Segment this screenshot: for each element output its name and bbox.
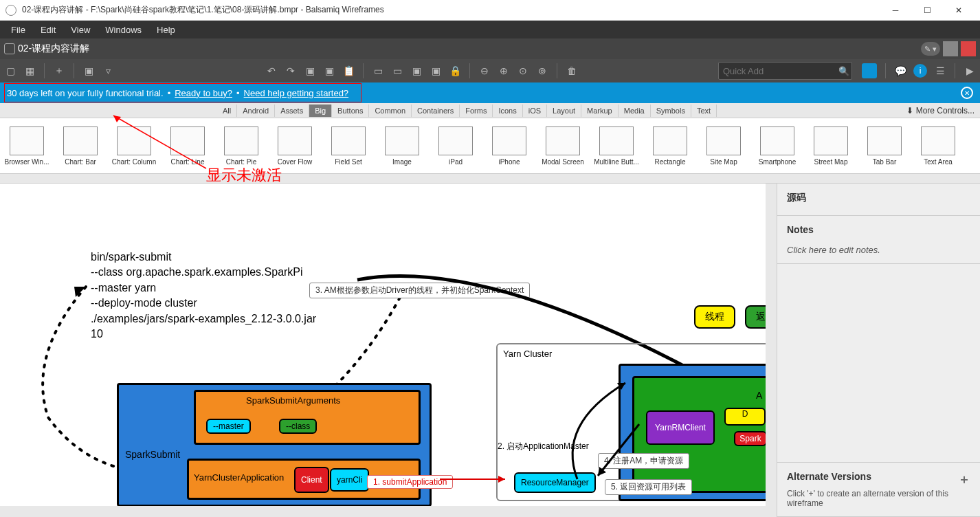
tab-icon — [4, 43, 15, 54]
gtab-text[interactable]: Text — [691, 104, 717, 117]
front-icon[interactable]: ▣ — [410, 65, 423, 77]
notification-icon[interactable] — [961, 41, 976, 56]
gtab-big[interactable]: Big — [309, 104, 332, 117]
add-icon[interactable]: ＋ — [53, 65, 65, 77]
d-box: D — [724, 408, 766, 426]
play-icon[interactable]: ▶ — [964, 65, 976, 77]
menu-view[interactable]: View — [64, 23, 97, 36]
lock-icon[interactable]: 🔒 — [449, 65, 461, 77]
yarn-cli-box: yarnCli — [330, 468, 369, 492]
annotation-box — [4, 83, 361, 102]
menu-windows[interactable]: Windows — [98, 23, 148, 36]
tab-label[interactable]: 02-课程内容讲解 — [18, 43, 89, 55]
ungroup-icon[interactable]: ▭ — [391, 65, 403, 77]
paste-icon[interactable]: ▣ — [323, 65, 335, 77]
gallery-scrollbar[interactable] — [0, 173, 980, 183]
duplicate-icon[interactable]: ▣ — [82, 65, 95, 77]
panel-source: 源码 — [777, 184, 980, 216]
gallery-item[interactable]: Street Map — [804, 126, 858, 166]
menu-edit[interactable]: Edit — [34, 23, 63, 36]
gtab-forms[interactable]: Forms — [460, 104, 493, 117]
app-icon — [5, 5, 16, 16]
gtab-common[interactable]: Common — [369, 104, 412, 117]
gtab-all[interactable]: All — [217, 104, 237, 117]
search-input[interactable] — [723, 66, 838, 76]
group-icon[interactable]: ▭ — [372, 65, 384, 77]
thread-button: 线程 — [694, 305, 735, 329]
gallery-item[interactable]: Smartphone — [750, 126, 804, 166]
gtab-layout[interactable]: Layout — [547, 104, 581, 117]
gallery-items: Browser Win... Chart: Bar Chart: Column … — [0, 118, 980, 173]
comment-icon[interactable]: 💬 — [894, 65, 906, 77]
gallery-tabs: All Android Assets Big Buttons Common Co… — [0, 103, 980, 118]
gallery-item[interactable]: iPhone — [482, 126, 536, 166]
delete-icon[interactable]: 🗑 — [566, 65, 578, 77]
titlebar: 02-课程内容讲解 - F:\Spark\尚硅谷spark教程\笔记\1.笔记\… — [0, 0, 980, 21]
gallery-item[interactable]: Site Map — [697, 126, 750, 166]
gtab-assets[interactable]: Assets — [275, 104, 309, 117]
zoom-out-icon[interactable]: ⊖ — [478, 65, 491, 77]
window-title: 02-课程内容讲解 - F:\Spark\尚硅谷spark教程\笔记\1.笔记\… — [22, 4, 880, 16]
gallery-item[interactable]: Rectangle — [643, 126, 697, 166]
back-icon[interactable]: ▣ — [430, 65, 442, 77]
canvas-scrollbar-h[interactable] — [0, 506, 777, 517]
gtab-ios[interactable]: iOS — [523, 104, 547, 117]
add-version-button[interactable]: ＋ — [958, 471, 970, 487]
edit-pill-icon[interactable]: ✎ ▾ — [921, 42, 940, 56]
arrow-submit-icon — [440, 472, 515, 486]
gtab-buttons[interactable]: Buttons — [332, 104, 369, 117]
class-chip: --class — [279, 419, 317, 434]
gtab-containers[interactable]: Containers — [412, 104, 460, 117]
zoom-in-icon[interactable]: ⊕ — [498, 65, 510, 77]
canvas-scrollbar-v[interactable] — [766, 184, 777, 506]
gallery-item[interactable]: Browser Win... — [0, 126, 54, 166]
info-icon[interactable]: i — [913, 64, 927, 78]
canvas[interactable]: bin/spark-submit --class org.apache.spar… — [0, 184, 777, 517]
component-gallery: All Android Assets Big Buttons Common Co… — [0, 103, 980, 184]
panel-left-icon[interactable]: ▢ — [4, 65, 16, 77]
menu-file[interactable]: File — [4, 23, 32, 36]
user-icon[interactable] — [943, 41, 958, 56]
blue-badge-icon[interactable] — [862, 63, 877, 78]
gallery-item[interactable]: Field Set — [322, 126, 375, 166]
gtab-media[interactable]: Media — [619, 104, 651, 117]
gallery-item[interactable]: Chart: Line — [161, 126, 214, 166]
gtab-android[interactable]: Android — [237, 104, 275, 117]
menu-help[interactable]: Help — [150, 23, 182, 36]
gallery-item[interactable]: Chart: Bar — [54, 126, 107, 166]
gtab-icons[interactable]: Icons — [493, 104, 522, 117]
clipboard-icon[interactable]: 📋 — [342, 65, 355, 77]
gtab-symbols[interactable]: Symbols — [651, 104, 691, 117]
quick-add-search[interactable]: 🔍 — [718, 62, 852, 80]
gallery-item[interactable]: Chart: Column — [107, 126, 161, 166]
zoom-fit-icon[interactable]: ⊙ — [517, 65, 529, 77]
arrows-rm-am-icon — [550, 369, 687, 507]
banner-close-icon[interactable]: ✕ — [961, 87, 973, 99]
annotation-text: 显示未激活 — [206, 165, 282, 186]
minimize-button[interactable]: ─ — [880, 0, 911, 21]
gallery-item[interactable]: iPad — [429, 126, 482, 166]
gallery-item[interactable]: Modal Screen — [536, 126, 590, 166]
gallery-item[interactable]: Cover Flow — [268, 126, 322, 166]
list-icon[interactable]: ☰ — [934, 65, 946, 77]
client-box: Client — [294, 467, 329, 493]
gallery-item[interactable]: Multiline Butt... — [590, 126, 643, 166]
gallery-item[interactable]: Chart: Pie — [214, 126, 268, 166]
toolbar: ▢ ▦ ＋ ▣ ▿ ↶ ↷ ▣ ▣ 📋 ▭ ▭ ▣ ▣ 🔒 ⊖ ⊕ ⊙ ⊚ 🗑 … — [0, 59, 980, 82]
redo-icon[interactable]: ↷ — [285, 65, 297, 77]
down-icon[interactable]: ▿ — [102, 65, 114, 77]
gallery-item[interactable]: Image — [375, 126, 429, 166]
gallery-item[interactable]: Text Area — [911, 126, 965, 166]
gallery-item[interactable]: Tab Bar — [858, 126, 911, 166]
grid-icon[interactable]: ▦ — [23, 65, 36, 77]
undo-icon[interactable]: ↶ — [265, 65, 278, 77]
copy-icon[interactable]: ▣ — [304, 65, 316, 77]
zoom-actual-icon[interactable]: ⊚ — [536, 65, 548, 77]
search-icon: 🔍 — [838, 66, 849, 76]
gtab-markup[interactable]: Markup — [581, 104, 619, 117]
more-controls-link[interactable]: ⬇ More Controls... — [901, 104, 980, 118]
panel-notes[interactable]: Notes Click here to edit notes. — [777, 216, 980, 264]
spark-submit-label: SparkSubmit — [125, 449, 180, 460]
maximize-button[interactable]: ☐ — [911, 0, 943, 21]
close-button[interactable]: ✕ — [943, 0, 975, 21]
